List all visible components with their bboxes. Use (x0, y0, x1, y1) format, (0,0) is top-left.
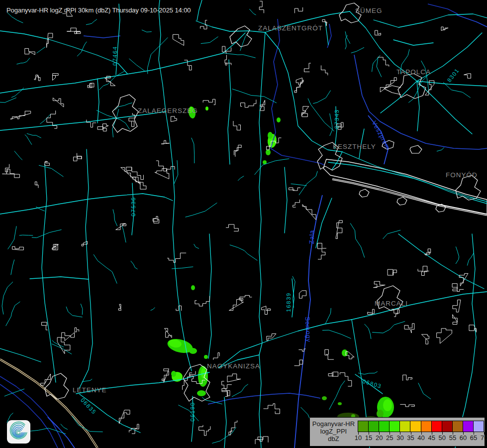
minor-road (129, 59, 145, 71)
village-outline (173, 34, 184, 45)
legend-color-55-60 (453, 421, 463, 432)
village-outline (53, 74, 59, 81)
minor-road (467, 253, 474, 265)
radar-echo (205, 107, 208, 111)
minor-road (37, 47, 46, 53)
minor-road (19, 235, 33, 235)
settlement-outlines (45, 3, 481, 401)
legend-station-name: Poganyvar-HR (310, 420, 357, 428)
minor-road (308, 99, 334, 131)
spiral-icon (7, 420, 30, 444)
village-outline (171, 116, 177, 122)
minor-road (174, 160, 178, 184)
city-label: KESZTHELY (333, 143, 376, 150)
minor-road (201, 37, 218, 44)
minor-road (325, 308, 331, 325)
product-title: Poganyvar-HR logZ_PPI 30km (dbZ) Thursda… (6, 6, 191, 14)
minor-road (151, 308, 155, 311)
radar-echo (197, 390, 206, 396)
minor-road (249, 9, 256, 15)
village-outline (328, 372, 338, 376)
minor-road (291, 184, 307, 186)
village-outline (165, 329, 172, 338)
radar-echo (191, 285, 195, 290)
village-outline (10, 111, 31, 119)
village-outline (321, 65, 328, 75)
minor-road (7, 12, 23, 23)
road-network (0, 0, 487, 448)
village-outline (340, 373, 351, 386)
city-label: TAPOLCA (396, 68, 431, 76)
village-outline (368, 309, 375, 314)
village-outline (375, 30, 381, 35)
road-number-label: 06190 (190, 402, 195, 421)
village-outline (453, 300, 461, 313)
radar-echo (171, 371, 176, 377)
village-outline (25, 48, 35, 55)
radar-echo (268, 132, 273, 139)
village-outline (52, 244, 59, 250)
village-outline (119, 304, 121, 310)
radar-echo (338, 402, 342, 405)
village-outline (176, 306, 182, 311)
village-outline (167, 253, 186, 262)
village-outline (388, 269, 396, 275)
village-outline (2, 169, 20, 178)
village-outline (105, 76, 115, 86)
lake-balaton (323, 159, 487, 215)
village-outline (380, 78, 396, 92)
village-outline (325, 349, 334, 359)
legend-tick-label: 25 (386, 434, 393, 442)
village-outline (153, 217, 159, 224)
minor-road (313, 91, 330, 104)
village-outline (262, 306, 271, 315)
minor-road (456, 246, 459, 264)
village-outline (301, 107, 309, 117)
legend-color-20-25 (379, 421, 390, 432)
village-outline (233, 121, 241, 130)
legend-tick-label: 55 (449, 434, 456, 442)
village-outline (12, 246, 24, 250)
village-outline (226, 224, 238, 231)
village-outline (299, 291, 306, 298)
village-outline (378, 57, 389, 67)
county-label: Somogy (304, 317, 312, 343)
minor-road (240, 33, 249, 51)
colorbar-legend: Poganyvar-HR logZ_PPI dbZ 10152025303540… (309, 417, 485, 447)
legend-tick-label: 60 (460, 434, 467, 442)
minor-road (365, 324, 371, 339)
village-outline (119, 410, 130, 424)
legend-color-65-70 (474, 421, 484, 432)
village-outline (425, 249, 431, 255)
minor-road (178, 405, 198, 421)
minor-road (345, 35, 348, 49)
legend-tick-label: 15 (365, 434, 372, 442)
village-outline (75, 328, 79, 332)
minor-road (14, 151, 22, 160)
village-outline (42, 322, 48, 330)
legend-product-name: logZ_PPI (310, 428, 357, 435)
minor-road (377, 57, 382, 77)
minor-road (185, 203, 217, 217)
village-outline (241, 100, 256, 108)
minor-road (11, 88, 24, 98)
city-label: MARCALI (375, 300, 408, 307)
legend-color-25-30 (390, 421, 400, 432)
minor-road (329, 381, 345, 410)
village-outline (293, 200, 300, 207)
village-outline (53, 98, 64, 108)
village-outline (213, 353, 219, 360)
village-outline (302, 205, 316, 220)
radar-echo (377, 410, 384, 418)
minor-road (223, 53, 255, 58)
road-number-label: 07343 (334, 109, 340, 128)
minor-road (230, 245, 258, 260)
city-label: FONYÓD (446, 171, 478, 179)
minor-road (350, 223, 365, 257)
village-outline (203, 99, 215, 105)
village-outline (255, 437, 268, 444)
minor-road (437, 147, 444, 151)
minor-road (192, 138, 195, 163)
minor-road (330, 113, 333, 136)
village-outline (162, 369, 169, 382)
